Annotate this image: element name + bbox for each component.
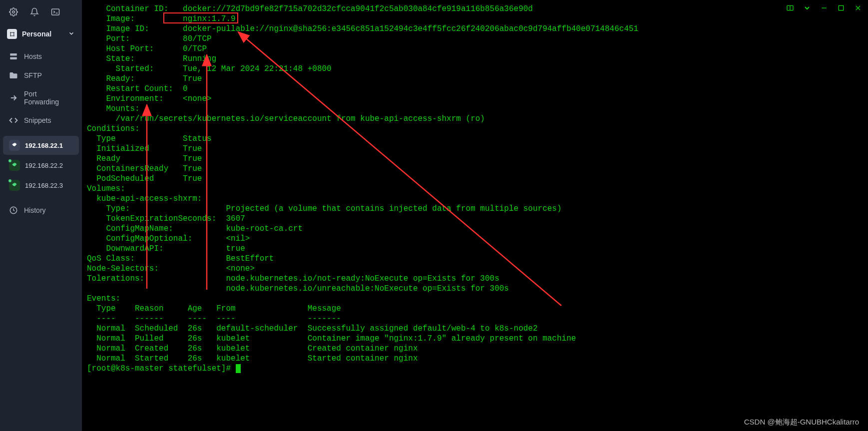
clock-icon: [9, 206, 18, 215]
term-line: Initialized True: [87, 144, 863, 154]
close-icon[interactable]: [854, 4, 862, 12]
svg-rect-6: [10, 53, 17, 56]
term-line: Tolerations: node.kubernetes.io/not-read…: [87, 274, 863, 284]
workspace-icon: [7, 29, 17, 39]
nav-hosts[interactable]: Hosts: [0, 47, 82, 66]
window-controls: [786, 4, 862, 12]
term-line: node.kubernetes.io/unreachable:NoExecute…: [87, 284, 863, 294]
term-line: Ready: True: [87, 74, 863, 84]
svg-rect-1: [52, 9, 59, 15]
svg-rect-15: [839, 5, 843, 10]
forward-icon: [9, 93, 18, 102]
connection-item[interactable]: 192.168.22.3: [3, 176, 79, 195]
connection-item[interactable]: 192.168.22.1: [3, 136, 79, 155]
term-line: QoS Class: BestEffort: [87, 254, 863, 264]
term-line: PodScheduled True: [87, 174, 863, 184]
nav-label: History: [24, 206, 46, 214]
nav-snippets[interactable]: Snippets: [0, 111, 82, 130]
terminal-area[interactable]: Container ID: docker://72d7bd9fe82f715a7…: [82, 0, 868, 431]
term-line: Type: Projected (a volume that contains …: [87, 204, 863, 214]
workspace-label: Personal: [22, 30, 51, 38]
term-line: Restart Count: 0: [87, 84, 863, 94]
term-line: Normal Scheduled 26s default-scheduler S…: [87, 324, 863, 334]
term-line: Conditions:: [87, 124, 863, 134]
connection-gear-icon: [9, 160, 20, 171]
top-toolbar: [0, 0, 82, 24]
maximize-icon[interactable]: [837, 4, 845, 12]
watermark: CSDN @鲍海超-GNUBHCkalitarro: [744, 418, 859, 427]
connection-ip: 192.168.22.2: [25, 162, 63, 169]
term-line: Node-Selectors: <none>: [87, 264, 863, 274]
term-line: TokenExpirationSeconds: 3607: [87, 214, 863, 224]
terminal-output: Container ID: docker://72d7bd9fe82f715a7…: [82, 0, 868, 378]
svg-rect-7: [10, 57, 17, 60]
split-icon[interactable]: [786, 4, 794, 12]
term-line: Started: Tue, 12 Mar 2024 22:21:48 +0800: [87, 64, 863, 74]
nav-label: Port Forwarding: [24, 90, 73, 106]
svg-point-5: [13, 35, 14, 36]
term-line: Host Port: 0/TCP: [87, 44, 863, 54]
term-line: kube-api-access-shxrm:: [87, 194, 863, 204]
term-line: Port: 80/TCP: [87, 34, 863, 44]
terminal-icon[interactable]: [51, 7, 60, 16]
nav-port-forwarding[interactable]: Port Forwarding: [0, 85, 82, 111]
gear-icon[interactable]: [9, 7, 18, 16]
term-line: DownwardAPI: true: [87, 244, 863, 254]
term-line: Normal Created 26s kubelet Created conta…: [87, 344, 863, 354]
nav-label: Hosts: [24, 52, 42, 60]
connection-gear-icon: [9, 140, 20, 151]
term-line: Type Status: [87, 134, 863, 144]
term-line: /var/run/secrets/kubernetes.io/serviceac…: [87, 114, 863, 124]
term-line: Events:: [87, 294, 863, 304]
nav-section: Hosts SFTP Port Forwarding Snippets: [0, 44, 82, 133]
bell-icon[interactable]: [30, 7, 39, 16]
nav-section-bottom: History: [0, 198, 82, 223]
online-indicator: [8, 159, 12, 163]
svg-point-4: [10, 35, 11, 36]
chevron-down-icon: [68, 30, 75, 38]
term-line: ConfigMapName: kube-root-ca.crt: [87, 224, 863, 234]
code-icon: [9, 116, 18, 125]
term-line: Environment: <none>: [87, 94, 863, 104]
term-line: Container ID: docker://72d7bd9fe82f715a7…: [87, 4, 863, 14]
connections-section: 192.168.22.1 192.168.22.2 192.168.22.3: [0, 133, 82, 198]
svg-point-2: [10, 32, 11, 33]
connection-ip: 192.168.22.3: [25, 182, 63, 189]
term-line: ConfigMapOptional: <nil>: [87, 234, 863, 244]
nav-sftp[interactable]: SFTP: [0, 66, 82, 85]
term-line: Volumes:: [87, 184, 863, 194]
workspace-selector[interactable]: Personal: [0, 24, 82, 44]
term-line: ---- ------ ---- ---- -------: [87, 314, 863, 324]
online-indicator: [8, 179, 12, 183]
hosts-icon: [9, 52, 18, 61]
nav-label: SFTP: [24, 71, 42, 79]
minimize-icon[interactable]: [820, 4, 828, 12]
term-line: Normal Started 26s kubelet Started conta…: [87, 354, 863, 364]
cursor: [236, 364, 241, 373]
term-line: Image: nginx:1.7.9: [87, 14, 863, 24]
nav-label: Snippets: [24, 116, 51, 124]
term-line: State: Running: [87, 54, 863, 64]
chevron-down-icon[interactable]: [803, 4, 811, 12]
sidebar: Personal Hosts SFTP Port Forwarding Snip…: [0, 0, 82, 431]
term-line: Normal Pulled 26s kubelet Container imag…: [87, 334, 863, 344]
connection-ip: 192.168.22.1: [25, 142, 63, 149]
term-line: Image ID: docker-pullable://nginx@sha256…: [87, 24, 863, 34]
term-line: Type Reason Age From Message: [87, 304, 863, 314]
term-line: Mounts:: [87, 104, 863, 114]
terminal-prompt: [root@k8s-master statefulset]#: [87, 364, 236, 373]
nav-history[interactable]: History: [0, 201, 82, 220]
svg-point-3: [13, 32, 14, 33]
connection-gear-icon: [9, 180, 20, 191]
term-line: Ready True: [87, 154, 863, 164]
connection-item[interactable]: 192.168.22.2: [3, 156, 79, 175]
folder-icon: [9, 71, 18, 80]
svg-point-0: [12, 11, 15, 13]
term-line: ContainersReady True: [87, 164, 863, 174]
